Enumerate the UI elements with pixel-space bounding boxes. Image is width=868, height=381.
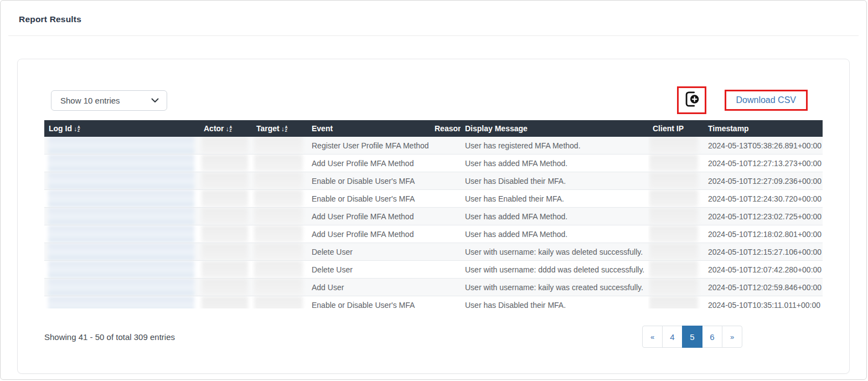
- pagination-prev-button[interactable]: «: [642, 326, 663, 348]
- column-header-actor[interactable]: Actor↓AZ: [199, 120, 252, 137]
- redacted-target: [254, 137, 303, 154]
- actor-cell: [199, 208, 252, 225]
- display-message-cell: User with username: kaily was deleted su…: [461, 243, 648, 261]
- log-id-cell: [44, 172, 199, 190]
- reason-cell: [430, 172, 461, 190]
- redacted-actor: [202, 261, 248, 278]
- table-row: Add User Profile MFA MethodUser has adde…: [44, 208, 823, 225]
- redacted-client-ip: [649, 296, 698, 308]
- column-header-display-message: Display Message: [461, 120, 648, 137]
- log-id-cell: [44, 137, 199, 155]
- target-cell: [252, 172, 307, 190]
- column-header-client-ip: Client IP: [648, 120, 704, 137]
- client-ip-cell: [648, 225, 704, 243]
- timestamp-cell: 2024-05-10T12:15:27.106+00:00: [704, 243, 823, 261]
- column-label: Log Id: [49, 124, 72, 133]
- column-header-log-id[interactable]: Log Id↓AZ: [44, 120, 199, 137]
- column-header-timestamp: Timestamp: [704, 120, 823, 137]
- target-cell: [252, 296, 307, 309]
- column-label: Reason: [435, 124, 461, 133]
- actor-cell: [199, 279, 252, 296]
- client-ip-cell: [648, 137, 704, 155]
- redacted-log-id: [48, 225, 194, 243]
- column-label: Display Message: [465, 124, 528, 133]
- target-cell: [252, 225, 307, 243]
- reason-cell: [430, 225, 461, 243]
- table-footer: Showing 41 - 50 of total 309 entries «45…: [44, 326, 742, 348]
- download-csv-link[interactable]: Download CSV: [736, 95, 797, 105]
- table-row: Delete UserUser with username: kaily was…: [44, 243, 823, 261]
- target-cell: [252, 137, 307, 155]
- table-row: Enable or Disable User's MFAUser has Dis…: [44, 296, 823, 309]
- log-id-cell: [44, 225, 199, 243]
- timestamp-cell: 2024-05-10T12:27:13.273+00:00: [704, 155, 823, 172]
- timestamp-cell: 2024-05-10T12:07:42.280+00:00: [704, 261, 823, 279]
- redacted-log-id: [48, 172, 194, 189]
- page-header: Report Results: [1, 1, 866, 24]
- event-cell: Enable or Disable User's MFA: [307, 172, 430, 190]
- reason-cell: [430, 261, 461, 279]
- column-header-reason: Reason: [430, 120, 461, 137]
- entries-per-page-select[interactable]: Show 10 entries: [51, 90, 167, 111]
- redacted-actor: [202, 225, 248, 243]
- timestamp-cell: 2024-05-10T10:35:11.011+00:00: [704, 296, 823, 309]
- table-row: Register User Profile MFA MethodUser has…: [44, 137, 823, 155]
- timestamp-cell: 2024-05-10T12:18:02.801+00:00: [704, 225, 823, 243]
- client-ip-cell: [648, 261, 704, 279]
- redacted-actor: [202, 172, 248, 189]
- sort-icon: ↓AZ: [281, 126, 288, 132]
- redacted-actor: [202, 190, 248, 207]
- client-ip-cell: [648, 279, 704, 296]
- reason-cell: [430, 155, 461, 172]
- redacted-client-ip: [649, 190, 698, 207]
- display-message-cell: User has Disabled their MFA.: [461, 296, 648, 309]
- timestamp-cell: 2024-05-10T12:27:09.236+00:00: [704, 172, 823, 190]
- column-label: Client IP: [653, 124, 684, 133]
- entries-summary: Showing 41 - 50 of total 309 entries: [44, 332, 175, 342]
- redacted-client-ip: [649, 155, 698, 172]
- pagination-page-4[interactable]: 4: [662, 326, 683, 348]
- display-message-cell: User with username: dddd was deleted suc…: [461, 261, 648, 279]
- timestamp-cell: 2024-05-13T05:38:26.891+00:00: [704, 137, 823, 155]
- reason-cell: [430, 279, 461, 296]
- target-cell: [252, 155, 307, 172]
- log-id-cell: [44, 190, 199, 208]
- display-message-cell: User has Enabled their MFA.: [461, 190, 648, 208]
- table-row: Add UserUser with username: kaily was cr…: [44, 279, 823, 296]
- client-ip-cell: [648, 243, 704, 261]
- client-ip-cell: [648, 155, 704, 172]
- table-row: Enable or Disable User's MFAUser has Dis…: [44, 172, 823, 190]
- redacted-log-id: [48, 279, 194, 296]
- actor-cell: [199, 137, 252, 155]
- redacted-target: [254, 172, 303, 189]
- target-cell: [252, 243, 307, 261]
- table-header-row: Log Id↓AZActor↓AZTarget↓AZEventReasonDis…: [44, 120, 823, 137]
- column-label: Target: [256, 124, 280, 133]
- pagination-page-6[interactable]: 6: [702, 326, 722, 348]
- timestamp-cell: 2024-05-10T12:02:59.846+00:00: [704, 279, 823, 296]
- redacted-actor: [202, 296, 248, 308]
- event-cell: Add User: [307, 279, 430, 296]
- actor-cell: [199, 261, 252, 279]
- event-cell: Add User Profile MFA Method: [307, 155, 430, 172]
- display-message-cell: User has added MFA Method.: [461, 208, 648, 225]
- redacted-log-id: [48, 137, 194, 154]
- sort-icon: ↓AZ: [226, 126, 232, 132]
- pagination-next-button[interactable]: »: [722, 326, 742, 348]
- actor-cell: [199, 172, 252, 190]
- redacted-client-ip: [649, 279, 698, 296]
- export-report-button[interactable]: [677, 86, 706, 114]
- redacted-client-ip: [649, 172, 698, 189]
- redacted-log-id: [48, 296, 194, 308]
- redacted-target: [254, 279, 303, 296]
- download-csv-highlight-box: Download CSV: [725, 90, 808, 111]
- pagination-page-5[interactable]: 5: [682, 326, 702, 348]
- actor-cell: [199, 243, 252, 261]
- log-id-cell: [44, 155, 199, 172]
- column-header-target[interactable]: Target↓AZ: [252, 120, 307, 137]
- reason-cell: [430, 137, 461, 155]
- redacted-target: [254, 296, 303, 308]
- actor-cell: [199, 155, 252, 172]
- redacted-actor: [202, 155, 248, 172]
- actor-cell: [199, 190, 252, 208]
